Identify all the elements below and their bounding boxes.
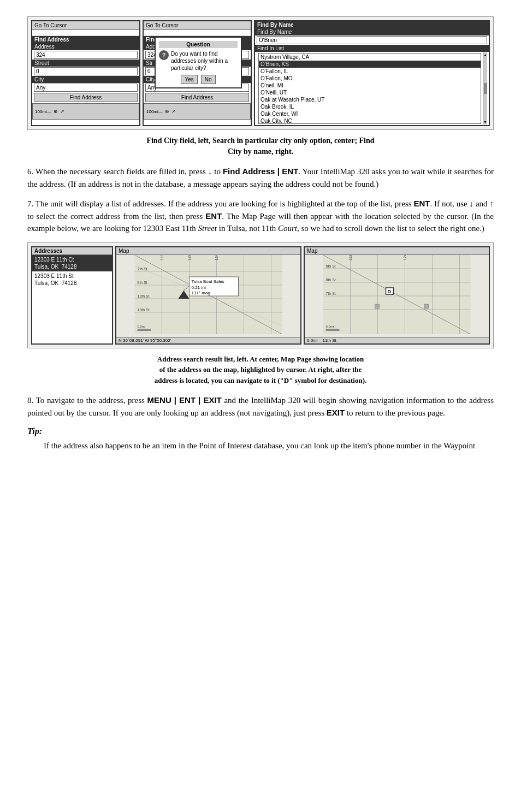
map-center-content: 7th St 8th St 12th St 13th St 119th E Av… [116, 255, 300, 337]
top-figure: Go To Cursor — — — Find Address Address … [27, 16, 494, 130]
map-right-panel: Map 6th St 8th St 7th St [304, 246, 490, 345]
left-find-button[interactable]: Find Address [34, 93, 138, 102]
map-right-svg: 6th St 8th St 7th St 119th E Ave 124th E… [305, 255, 489, 334]
right-coords-text: 0.0mi 11th St [307, 338, 336, 343]
svg-text:0.21 mi: 0.21 mi [192, 285, 206, 290]
tip-section: Tip: If the address also happens to be a… [27, 426, 494, 452]
svg-text:124th E Ave: 124th E Ave [215, 255, 218, 260]
left-scale-label: 100mi— [35, 109, 51, 114]
svg-text:7th St: 7th St [326, 292, 336, 295]
scroll-thumb[interactable] [484, 83, 487, 94]
svg-text:119th E Ave: 119th E Ave [160, 255, 164, 260]
svg-text:D: D [388, 289, 392, 294]
address-item-1[interactable]: 12303 E 11th StTulsa, OK 74128 [32, 271, 112, 288]
list-item-5[interactable]: O'Neill, UT [259, 89, 481, 96]
bottom-figure: Addresses 12303 E 11th CtTulsa, OK 74128… [27, 242, 494, 348]
center-scale-label: 100mi— [146, 109, 163, 114]
left-panel: Go To Cursor — — — Find Address Address … [31, 20, 140, 126]
list-item-0[interactable]: Nystrom Village, CA [259, 54, 481, 61]
right-panel: Find By Name Find By Name Find In List N… [254, 20, 490, 126]
list-item-9[interactable]: Oak City, NC [259, 117, 481, 124]
scroll-up-arrow[interactable]: ▲ [483, 53, 487, 57]
list-item-7[interactable]: Oak Brook, IL [259, 103, 481, 110]
tip-heading: Tip: [27, 426, 494, 436]
list-item-3[interactable]: O'Fallon, MO [259, 75, 481, 82]
scroll-down-arrow[interactable]: ▼ [483, 120, 487, 124]
left-panel-section: Find Address [32, 36, 139, 43]
left-street-input[interactable] [34, 67, 138, 75]
left-city-label: City [32, 76, 139, 83]
tip-body: If the address also happens to be an ite… [27, 440, 494, 452]
address-list-panel: Addresses 12303 E 11th CtTulsa, OK 74128… [31, 246, 113, 345]
left-panel-subtitle: — — — [32, 30, 139, 36]
right-search-input[interactable] [257, 36, 487, 44]
map-center-title: Map [116, 247, 300, 255]
address-item-0[interactable]: 12303 E 11th CtTulsa, OK 74128 [32, 255, 112, 271]
left-address-label: Address [32, 43, 139, 50]
left-map-stub: 100mi— ⊕ ↗ [32, 103, 139, 120]
svg-text:12th St: 12th St [138, 294, 150, 298]
map-center-coords: N 36°08.091' W 95°50.302' [116, 337, 300, 343]
center-map-icon1: ⊕ [165, 109, 169, 114]
no-button[interactable]: No [201, 75, 216, 84]
svg-text:13th St: 13th St [138, 308, 150, 312]
paragraph-8: 8. To navigate to the address, press MEN… [27, 394, 494, 419]
svg-text:120th E Ave: 120th E Ave [187, 255, 191, 260]
right-panel-title: Find By Name [255, 21, 489, 28]
address-list-title: Addresses [32, 247, 112, 255]
question-text: Do you want to find addresses only withi… [171, 50, 238, 72]
svg-rect-48 [424, 304, 429, 309]
map-right-coords: 0.0mi 11th St [305, 337, 489, 343]
svg-rect-45 [326, 329, 340, 331]
svg-rect-47 [375, 304, 380, 309]
center-map-stub: 100mi— ⊕ ↗ [144, 103, 251, 120]
list-item-4[interactable]: O'neil, MI [259, 82, 481, 89]
map-center-panel: Map 7th St [115, 246, 301, 345]
svg-text:7th St: 7th St [138, 267, 147, 271]
left-city-input[interactable] [34, 84, 138, 92]
svg-text:Tulsa Boat Sales: Tulsa Boat Sales [192, 279, 224, 284]
right-find-label: Find By Name [255, 28, 489, 35]
svg-text:119th E Ave: 119th E Ave [348, 255, 352, 260]
yes-button[interactable]: Yes [181, 75, 197, 84]
coords-text: N 36°08.091' W 95°50.302' [119, 338, 171, 343]
paragraph-6: 6. When the necessary search fields are … [27, 165, 494, 190]
question-title: Question [159, 41, 238, 48]
list-scrollbar[interactable]: ▲ ▼ [483, 52, 487, 125]
left-map-icon2: ↗ [60, 109, 64, 114]
svg-text:0.0mi: 0.0mi [326, 325, 334, 328]
list-item-6[interactable]: Oak at Wasatch Place, UT [259, 96, 481, 103]
list-item-8[interactable]: Oak Center, WI [259, 110, 481, 117]
map-right-title: Map [305, 247, 489, 255]
bottom-caption: Address search result list, left. At cen… [27, 354, 494, 386]
list-item-2[interactable]: O'Fallon, IL [259, 68, 481, 75]
list-item-1[interactable]: O'Brien, KS [259, 61, 481, 68]
left-map-icon1: ⊕ [54, 109, 58, 114]
svg-text:6th St: 6th St [326, 264, 336, 268]
left-street-label: Street [32, 60, 139, 67]
right-list-label: Find In List [255, 45, 489, 52]
svg-text:124th E Ave: 124th E Ave [403, 255, 407, 260]
center-panel: Go To Cursor — — — Find Address Address … [143, 20, 252, 126]
left-number-input[interactable] [34, 51, 138, 59]
question-icon: ? [159, 50, 169, 60]
map-right-content: 6th St 8th St 7th St 119th E Ave 124th E… [305, 255, 489, 337]
question-dialog: Question ? Do you want to find addresses… [155, 37, 242, 88]
svg-text:8th St: 8th St [138, 281, 147, 285]
paragraph-7: 7. The unit will display a list of addre… [27, 198, 494, 235]
center-panel-title: Go To Cursor [144, 21, 251, 30]
center-map-icon2: ↗ [171, 109, 176, 114]
map-center-svg: 7th St 8th St 12th St 13th St 119th E Av… [116, 255, 300, 334]
svg-text:111° mag: 111° mag [192, 291, 210, 295]
top-caption: Find City field, left, Search in particu… [27, 135, 494, 157]
left-panel-title: Go To Cursor [32, 21, 139, 30]
svg-text:0.0mi: 0.0mi [138, 325, 146, 328]
find-name-list: Nystrom Village, CA O'Brien, KS O'Fallon… [258, 53, 481, 124]
center-panel-subtitle: — — — [144, 30, 251, 36]
svg-text:8th St: 8th St [326, 278, 336, 282]
center-find-button[interactable]: Find Address [145, 93, 249, 102]
svg-rect-25 [138, 329, 151, 331]
